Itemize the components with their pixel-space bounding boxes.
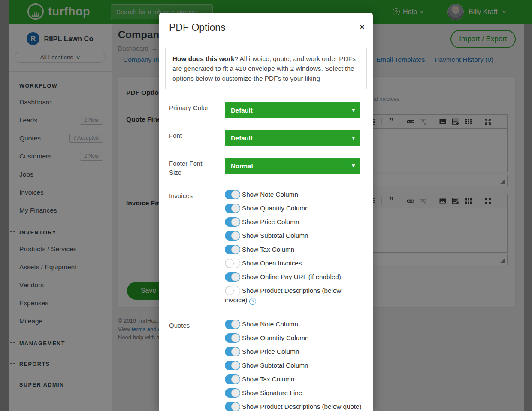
toggle-knob bbox=[231, 273, 240, 281]
toggle-switch-on[interactable] bbox=[225, 361, 240, 370]
selected-value: Normal bbox=[231, 162, 253, 170]
toggle-knob bbox=[231, 190, 240, 199]
toggle-switch-on[interactable] bbox=[225, 333, 240, 343]
toggle-knob bbox=[231, 389, 240, 397]
toggle-knob bbox=[231, 347, 240, 356]
toggle-knob bbox=[231, 218, 240, 226]
toggle-row: Show Note Column bbox=[225, 320, 365, 329]
option-label: Primary Color bbox=[159, 96, 219, 124]
toggle-row: Show Product Descriptions (below invoice… bbox=[225, 286, 365, 305]
toggle-switch-off[interactable] bbox=[225, 286, 240, 295]
toggle-label: Show Price Column bbox=[242, 348, 299, 355]
option-row-font: Font Default ▾ bbox=[159, 124, 373, 152]
toggle-label: Show Quantity Column bbox=[242, 334, 308, 341]
toggle-knob bbox=[231, 334, 240, 342]
option-row-invoices: Invoices Show Note ColumnShow Quantity C… bbox=[159, 184, 373, 314]
toggle-switch-on[interactable] bbox=[225, 388, 240, 398]
toggle-row: Show Open Invoices bbox=[225, 259, 365, 268]
toggle-row: Show Price Column bbox=[225, 217, 365, 227]
toggle-label: Show Tax Column bbox=[242, 246, 294, 253]
option-row-quotes: Quotes Show Note ColumnShow Quantity Col… bbox=[159, 314, 373, 411]
toggle-row: Show Signature Line bbox=[225, 388, 365, 398]
toggle-row: Show Quantity Column bbox=[225, 204, 365, 213]
toggle-knob bbox=[225, 259, 234, 268]
toggle-switch-off[interactable] bbox=[225, 259, 240, 268]
toggle-knob bbox=[231, 245, 240, 254]
toggle-switch-on[interactable] bbox=[225, 231, 240, 241]
close-icon[interactable]: ✕ bbox=[360, 24, 365, 30]
font-select[interactable]: Default ▾ bbox=[225, 130, 360, 146]
selected-value: Default bbox=[231, 134, 253, 142]
toggle-label: Show Note Column bbox=[242, 320, 298, 328]
caret-down-icon: ▾ bbox=[352, 162, 355, 169]
info-bold: How does this work bbox=[172, 55, 235, 62]
toggle-row: Show Subtotal Column bbox=[225, 361, 365, 370]
option-row-footer-font-size: Footer Font Size Normal ▾ bbox=[159, 152, 373, 184]
selected-value: Default bbox=[231, 107, 253, 114]
toggle-label: Show Online Pay URL (if enabled) bbox=[242, 273, 341, 280]
primary-color-select[interactable]: Default ▾ bbox=[225, 102, 360, 118]
toggle-switch-on[interactable] bbox=[225, 347, 240, 356]
toggle-label: Show Product Descriptions (below invoice… bbox=[225, 287, 341, 304]
modal-header: PDF Options ✕ bbox=[159, 13, 373, 41]
caret-down-icon: ▾ bbox=[352, 134, 355, 141]
option-label: Footer Font Size bbox=[159, 152, 219, 184]
toggle-knob bbox=[231, 320, 240, 329]
help-icon[interactable]: ? bbox=[249, 298, 256, 305]
modal-title: PDF Options bbox=[169, 22, 363, 33]
quotes-toggle-list: Show Note ColumnShow Quantity ColumnShow… bbox=[219, 314, 373, 411]
toggle-switch-on[interactable] bbox=[225, 374, 240, 384]
toggle-switch-on[interactable] bbox=[225, 272, 240, 282]
toggle-switch-on[interactable] bbox=[225, 190, 240, 199]
toggle-label: Show Subtotal Column bbox=[242, 232, 308, 239]
toggle-row: Show Product Descriptions (below quote)? bbox=[225, 402, 365, 411]
pdf-options-modal: PDF Options ✕ How does this work? All in… bbox=[159, 13, 373, 411]
toggle-knob bbox=[231, 231, 240, 240]
toggle-label: Show Subtotal Column bbox=[242, 362, 308, 369]
toggle-label: Show Quantity Column bbox=[242, 204, 308, 212]
toggle-knob bbox=[231, 402, 240, 411]
toggle-label: Show Signature Line bbox=[242, 389, 302, 396]
caret-down-icon: ▾ bbox=[352, 107, 355, 113]
option-label: Quotes bbox=[159, 314, 219, 411]
toggle-switch-on[interactable] bbox=[225, 204, 240, 213]
toggle-row: Show Tax Column bbox=[225, 374, 365, 384]
toggle-knob bbox=[231, 361, 240, 370]
toggle-label: Show Open Invoices bbox=[242, 259, 302, 267]
option-row-primary-color: Primary Color Default ▾ bbox=[159, 96, 373, 124]
modal-info-box: How does this work? All invoice, quote, … bbox=[165, 48, 367, 89]
invoices-toggle-list: Show Note ColumnShow Quantity ColumnShow… bbox=[219, 184, 373, 314]
toggle-row: Show Subtotal Column bbox=[225, 231, 365, 241]
toggle-label: Show Note Column bbox=[242, 191, 298, 198]
toggle-switch-on[interactable] bbox=[225, 320, 240, 329]
toggle-knob bbox=[225, 286, 234, 295]
toggle-row: Show Price Column bbox=[225, 347, 365, 356]
toggle-row: Show Quantity Column bbox=[225, 333, 365, 343]
toggle-knob bbox=[231, 375, 240, 384]
toggle-switch-on[interactable] bbox=[225, 402, 240, 411]
option-label: Invoices bbox=[159, 184, 219, 314]
toggle-switch-on[interactable] bbox=[225, 245, 240, 254]
modal-options-table: Primary Color Default ▾ Font Default ▾ F… bbox=[159, 96, 373, 411]
toggle-row: Show Tax Column bbox=[225, 245, 365, 254]
toggle-knob bbox=[231, 204, 240, 213]
option-label: Font bbox=[159, 124, 219, 152]
toggle-row: Show Note Column bbox=[225, 190, 365, 199]
toggle-row: Show Online Pay URL (if enabled) bbox=[225, 272, 365, 282]
toggle-switch-on[interactable] bbox=[225, 217, 240, 227]
toggle-label: Show Product Descriptions (below quote) bbox=[242, 403, 362, 410]
toggle-label: Show Tax Column bbox=[242, 375, 294, 383]
toggle-label: Show Price Column bbox=[242, 218, 299, 225]
footer-font-size-select[interactable]: Normal ▾ bbox=[225, 158, 360, 174]
